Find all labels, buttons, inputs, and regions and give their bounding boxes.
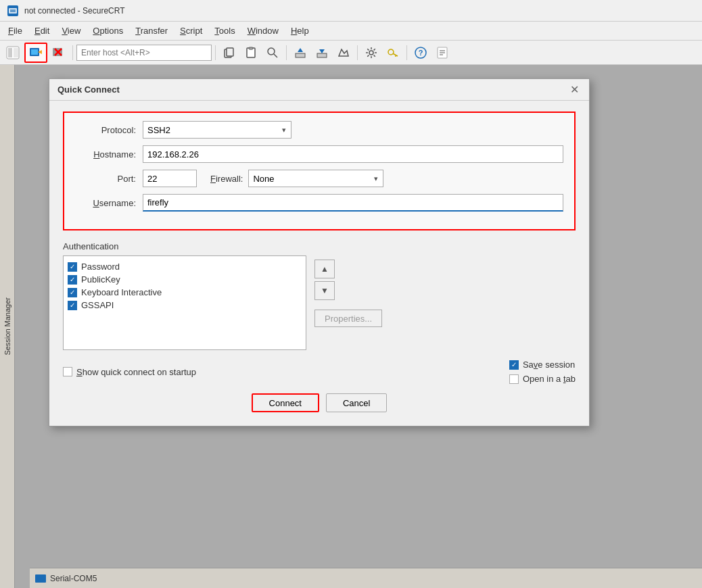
session-manager-label: Session Manager bbox=[3, 297, 11, 356]
protocol-select[interactable]: SSH2 SSH1 Telnet Serial bbox=[143, 121, 291, 139]
window-title: not connected - SecureCRT bbox=[24, 6, 125, 16]
username-label: Username: bbox=[75, 198, 136, 208]
open-in-tab-row[interactable]: Open in a tab bbox=[509, 374, 576, 384]
hostname-label: Hostname: bbox=[75, 149, 136, 160]
dialog-overlay: Quick Connect ✕ Protocol: SSH2 bbox=[15, 65, 702, 588]
protocol-row: Protocol: SSH2 SSH1 Telnet Serial bbox=[75, 121, 563, 139]
cancel-button[interactable]: Cancel bbox=[326, 393, 387, 412]
open-in-tab-checkbox[interactable] bbox=[509, 374, 519, 384]
serial-label: Serial-COM5 bbox=[50, 574, 97, 583]
app-icon bbox=[5, 3, 20, 18]
toolbar-separator-4 bbox=[357, 45, 358, 60]
arrow-buttons: ▲ ▼ bbox=[314, 260, 335, 300]
menu-script[interactable]: Script bbox=[174, 24, 208, 38]
license-button[interactable] bbox=[432, 43, 452, 62]
save-session-row[interactable]: Save session bbox=[509, 360, 576, 370]
toolbar-separator-3 bbox=[286, 45, 287, 60]
auth-content: Password PublicKey Keyboard Interactive bbox=[63, 255, 576, 350]
move-down-button[interactable]: ▼ bbox=[314, 281, 335, 300]
license-icon bbox=[436, 47, 448, 59]
menu-help[interactable]: Help bbox=[285, 24, 314, 38]
auth-label-keyboard: Keyboard Interactive bbox=[81, 287, 162, 297]
firewall-select-wrapper: None SOCKS4 SOCKS5 bbox=[248, 170, 383, 187]
save-session-checkbox[interactable] bbox=[509, 360, 519, 370]
menu-tools[interactable]: Tools bbox=[209, 24, 240, 38]
disconnect-button[interactable] bbox=[49, 43, 69, 62]
session-manager-sidebar: Session Manager bbox=[0, 65, 15, 588]
svg-rect-20 bbox=[317, 53, 327, 57]
show-quick-connect-checkbox[interactable] bbox=[63, 367, 72, 376]
auth-item-gssapi[interactable]: GSSAPI bbox=[68, 299, 302, 312]
main-area: Session Manager Quick Connect ✕ P bbox=[0, 65, 702, 588]
svg-text:?: ? bbox=[419, 49, 423, 57]
download-button[interactable] bbox=[312, 43, 332, 62]
port-firewall-row: Port: Firewall: None SOCKS4 SOCKS5 bbox=[75, 170, 563, 187]
auth-checkbox-keyboard[interactable] bbox=[68, 288, 77, 297]
dialog-close-button[interactable]: ✕ bbox=[567, 83, 581, 97]
auth-item-publickey[interactable]: PublicKey bbox=[68, 273, 302, 286]
save-session-label: Save session bbox=[523, 360, 575, 370]
auth-section-title: Authentication bbox=[63, 241, 576, 251]
show-quick-connect-row[interactable]: Show quick connect on startup bbox=[63, 367, 196, 377]
dialog-buttons: Connect Cancel bbox=[63, 393, 576, 412]
paste-button[interactable] bbox=[241, 43, 261, 62]
auth-checkbox-publickey[interactable] bbox=[68, 275, 77, 285]
bottom-bar: Serial-COM5 bbox=[30, 568, 702, 588]
menu-transfer[interactable]: Transfer bbox=[130, 24, 173, 38]
help-button[interactable]: ? bbox=[411, 43, 431, 62]
toolbar-separator-2 bbox=[215, 45, 216, 60]
protocol-select-wrapper: SSH2 SSH1 Telnet Serial bbox=[143, 121, 291, 139]
svg-rect-7 bbox=[31, 49, 38, 55]
quick-connect-button[interactable] bbox=[24, 43, 47, 63]
menu-options[interactable]: Options bbox=[87, 24, 128, 38]
auth-item-keyboard-interactive[interactable]: Keyboard Interactive bbox=[68, 286, 302, 299]
svg-rect-4 bbox=[8, 48, 12, 57]
hostname-input[interactable] bbox=[143, 145, 563, 163]
show-quick-connect-label: Show quick connect on startup bbox=[76, 367, 196, 377]
connection-params-box: Protocol: SSH2 SSH1 Telnet Serial bbox=[63, 112, 576, 230]
upload-button[interactable] bbox=[290, 43, 310, 62]
menu-window[interactable]: Window bbox=[242, 24, 284, 38]
username-input[interactable] bbox=[143, 194, 563, 212]
connect-button[interactable]: Connect bbox=[252, 393, 319, 412]
find-icon bbox=[266, 47, 279, 59]
content-area: Quick Connect ✕ Protocol: SSH2 bbox=[15, 65, 702, 588]
firewall-select[interactable]: None SOCKS4 SOCKS5 bbox=[248, 170, 383, 187]
toolbar: ? bbox=[0, 41, 702, 65]
svg-point-23 bbox=[369, 51, 373, 55]
copy-button[interactable] bbox=[219, 43, 239, 62]
svg-marker-22 bbox=[339, 49, 348, 56]
find-button[interactable] bbox=[262, 43, 283, 62]
auth-list-box: Password PublicKey Keyboard Interactive bbox=[63, 255, 306, 350]
paste-icon bbox=[245, 47, 257, 59]
key-icon bbox=[387, 47, 399, 59]
properties-button[interactable]: Properties... bbox=[314, 310, 382, 327]
title-bar: not connected - SecureCRT bbox=[0, 0, 702, 22]
key-button[interactable] bbox=[383, 43, 403, 62]
settings-button[interactable] bbox=[361, 43, 381, 62]
session-manager-toggle-button[interactable] bbox=[3, 43, 23, 62]
menu-view[interactable]: View bbox=[56, 24, 86, 38]
upload-icon bbox=[294, 47, 306, 59]
move-up-button[interactable]: ▲ bbox=[314, 260, 335, 278]
download-icon bbox=[316, 47, 328, 59]
auth-checkbox-gssapi[interactable] bbox=[68, 301, 77, 310]
host-input[interactable] bbox=[76, 45, 212, 61]
serial-icon bbox=[35, 574, 46, 583]
quick-connect-icon bbox=[29, 46, 43, 59]
menu-edit[interactable]: Edit bbox=[29, 24, 55, 38]
session-manager-icon bbox=[6, 46, 20, 59]
hostname-row: Hostname: bbox=[75, 145, 563, 163]
copy-icon bbox=[223, 47, 235, 59]
authentication-section: Authentication Password PublicK bbox=[63, 241, 576, 350]
port-input[interactable] bbox=[143, 170, 197, 187]
auth-checkbox-password[interactable] bbox=[68, 262, 77, 272]
auth-label-publickey: PublicKey bbox=[81, 274, 120, 285]
menu-file[interactable]: File bbox=[3, 24, 28, 38]
map-button[interactable] bbox=[333, 43, 354, 62]
auth-item-password[interactable]: Password bbox=[68, 260, 302, 273]
svg-line-17 bbox=[274, 54, 277, 57]
svg-marker-21 bbox=[319, 49, 325, 53]
map-icon bbox=[337, 47, 350, 59]
firewall-label: Firewall: bbox=[210, 174, 243, 184]
